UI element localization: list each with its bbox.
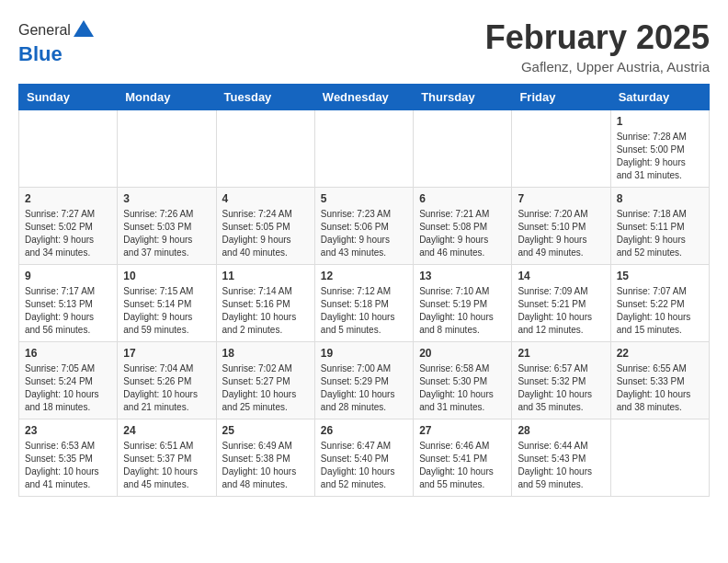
day-number: 25 bbox=[222, 424, 309, 437]
day-info: Sunrise: 7:24 AM Sunset: 5:05 PM Dayligh… bbox=[222, 208, 309, 259]
calendar-cell bbox=[19, 110, 118, 188]
calendar-cell: 26Sunrise: 6:47 AM Sunset: 5:40 PM Dayli… bbox=[314, 419, 413, 497]
day-number: 4 bbox=[222, 192, 309, 205]
day-info: Sunrise: 7:21 AM Sunset: 5:08 PM Dayligh… bbox=[419, 208, 506, 259]
calendar-week-row: 2Sunrise: 7:27 AM Sunset: 5:02 PM Daylig… bbox=[19, 188, 710, 265]
day-number: 6 bbox=[419, 192, 506, 205]
calendar-cell: 13Sunrise: 7:10 AM Sunset: 5:19 PM Dayli… bbox=[414, 265, 512, 342]
page-header: General Blue February 2025 Gaflenz, Uppe… bbox=[18, 18, 710, 75]
calendar-cell: 9Sunrise: 7:17 AM Sunset: 5:13 PM Daylig… bbox=[19, 265, 118, 342]
calendar-cell: 10Sunrise: 7:15 AM Sunset: 5:14 PM Dayli… bbox=[118, 265, 216, 342]
day-info: Sunrise: 7:02 AM Sunset: 5:27 PM Dayligh… bbox=[222, 362, 309, 414]
day-info: Sunrise: 7:09 AM Sunset: 5:21 PM Dayligh… bbox=[518, 285, 604, 337]
day-info: Sunrise: 7:20 AM Sunset: 5:10 PM Dayligh… bbox=[518, 208, 604, 259]
day-info: Sunrise: 7:17 AM Sunset: 5:13 PM Dayligh… bbox=[25, 285, 111, 337]
day-number: 8 bbox=[617, 192, 703, 205]
day-info: Sunrise: 7:26 AM Sunset: 5:03 PM Dayligh… bbox=[123, 208, 210, 259]
calendar-cell: 27Sunrise: 6:46 AM Sunset: 5:41 PM Dayli… bbox=[414, 419, 512, 497]
day-number: 22 bbox=[617, 347, 703, 360]
calendar-cell: 11Sunrise: 7:14 AM Sunset: 5:16 PM Dayli… bbox=[216, 265, 314, 342]
calendar-cell bbox=[610, 419, 709, 497]
calendar-cell: 28Sunrise: 6:44 AM Sunset: 5:43 PM Dayli… bbox=[512, 419, 610, 497]
day-number: 16 bbox=[25, 347, 111, 360]
day-info: Sunrise: 6:44 AM Sunset: 5:43 PM Dayligh… bbox=[518, 440, 604, 491]
calendar-week-row: 23Sunrise: 6:53 AM Sunset: 5:35 PM Dayli… bbox=[19, 419, 710, 497]
calendar-cell: 16Sunrise: 7:05 AM Sunset: 5:24 PM Dayli… bbox=[19, 342, 118, 419]
calendar-cell: 12Sunrise: 7:12 AM Sunset: 5:18 PM Dayli… bbox=[314, 265, 413, 342]
calendar-cell: 2Sunrise: 7:27 AM Sunset: 5:02 PM Daylig… bbox=[19, 188, 118, 265]
day-info: Sunrise: 6:55 AM Sunset: 5:33 PM Dayligh… bbox=[617, 362, 703, 414]
day-number: 26 bbox=[321, 424, 407, 437]
calendar-cell: 7Sunrise: 7:20 AM Sunset: 5:10 PM Daylig… bbox=[512, 188, 610, 265]
day-number: 7 bbox=[518, 192, 604, 205]
day-number: 24 bbox=[123, 424, 210, 437]
weekday-header-tuesday: Tuesday bbox=[216, 85, 314, 110]
day-number: 10 bbox=[123, 270, 210, 282]
day-info: Sunrise: 7:15 AM Sunset: 5:14 PM Dayligh… bbox=[123, 285, 210, 337]
month-year-title: February 2025 bbox=[485, 18, 710, 57]
day-info: Sunrise: 6:51 AM Sunset: 5:37 PM Dayligh… bbox=[123, 440, 210, 491]
calendar-cell: 20Sunrise: 6:58 AM Sunset: 5:30 PM Dayli… bbox=[414, 342, 512, 419]
day-number: 19 bbox=[321, 347, 407, 360]
day-number: 20 bbox=[419, 347, 506, 360]
calendar-cell: 19Sunrise: 7:00 AM Sunset: 5:29 PM Dayli… bbox=[314, 342, 413, 419]
day-info: Sunrise: 7:04 AM Sunset: 5:26 PM Dayligh… bbox=[123, 362, 210, 414]
weekday-header-friday: Friday bbox=[512, 85, 610, 110]
calendar-cell: 3Sunrise: 7:26 AM Sunset: 5:03 PM Daylig… bbox=[118, 188, 216, 265]
day-info: Sunrise: 7:28 AM Sunset: 5:00 PM Dayligh… bbox=[617, 131, 703, 182]
day-info: Sunrise: 7:07 AM Sunset: 5:22 PM Dayligh… bbox=[617, 285, 703, 337]
calendar-week-row: 16Sunrise: 7:05 AM Sunset: 5:24 PM Dayli… bbox=[19, 342, 710, 419]
logo-general-text: General bbox=[18, 22, 71, 39]
day-number: 18 bbox=[222, 347, 309, 360]
svg-marker-0 bbox=[74, 20, 94, 37]
calendar-cell bbox=[512, 110, 610, 188]
day-number: 23 bbox=[25, 424, 111, 437]
day-info: Sunrise: 6:49 AM Sunset: 5:38 PM Dayligh… bbox=[222, 440, 309, 491]
day-info: Sunrise: 6:58 AM Sunset: 5:30 PM Dayligh… bbox=[419, 362, 506, 414]
day-number: 3 bbox=[123, 192, 210, 205]
day-number: 14 bbox=[518, 270, 604, 282]
logo-blue-text: Blue bbox=[18, 42, 63, 65]
calendar-cell: 5Sunrise: 7:23 AM Sunset: 5:06 PM Daylig… bbox=[314, 188, 413, 265]
day-number: 21 bbox=[518, 347, 604, 360]
weekday-header-sunday: Sunday bbox=[19, 85, 118, 110]
day-info: Sunrise: 7:23 AM Sunset: 5:06 PM Dayligh… bbox=[321, 208, 407, 259]
calendar-cell: 21Sunrise: 6:57 AM Sunset: 5:32 PM Dayli… bbox=[512, 342, 610, 419]
calendar-cell bbox=[414, 110, 512, 188]
calendar-week-row: 9Sunrise: 7:17 AM Sunset: 5:13 PM Daylig… bbox=[19, 265, 710, 342]
calendar-cell: 6Sunrise: 7:21 AM Sunset: 5:08 PM Daylig… bbox=[414, 188, 512, 265]
calendar-cell: 15Sunrise: 7:07 AM Sunset: 5:22 PM Dayli… bbox=[610, 265, 709, 342]
calendar-cell: 24Sunrise: 6:51 AM Sunset: 5:37 PM Dayli… bbox=[118, 419, 216, 497]
calendar-cell: 22Sunrise: 6:55 AM Sunset: 5:33 PM Dayli… bbox=[610, 342, 709, 419]
calendar-cell: 1Sunrise: 7:28 AM Sunset: 5:00 PM Daylig… bbox=[610, 110, 709, 188]
day-info: Sunrise: 6:57 AM Sunset: 5:32 PM Dayligh… bbox=[518, 362, 604, 414]
calendar-cell: 25Sunrise: 6:49 AM Sunset: 5:38 PM Dayli… bbox=[216, 419, 314, 497]
day-number: 9 bbox=[25, 270, 111, 282]
day-number: 11 bbox=[222, 270, 309, 282]
logo: General Blue bbox=[18, 18, 94, 66]
calendar-cell: 17Sunrise: 7:04 AM Sunset: 5:26 PM Dayli… bbox=[118, 342, 216, 419]
weekday-header-thursday: Thursday bbox=[414, 85, 512, 110]
day-number: 28 bbox=[518, 424, 604, 437]
weekday-header-wednesday: Wednesday bbox=[314, 85, 413, 110]
calendar-table: SundayMondayTuesdayWednesdayThursdayFrid… bbox=[18, 84, 710, 497]
day-info: Sunrise: 7:00 AM Sunset: 5:29 PM Dayligh… bbox=[321, 362, 407, 414]
calendar-cell: 8Sunrise: 7:18 AM Sunset: 5:11 PM Daylig… bbox=[610, 188, 709, 265]
logo-icon bbox=[74, 18, 94, 39]
calendar-week-row: 1Sunrise: 7:28 AM Sunset: 5:00 PM Daylig… bbox=[19, 110, 710, 188]
calendar-cell: 23Sunrise: 6:53 AM Sunset: 5:35 PM Dayli… bbox=[19, 419, 118, 497]
weekday-header-row: SundayMondayTuesdayWednesdayThursdayFrid… bbox=[19, 85, 710, 110]
calendar-cell: 14Sunrise: 7:09 AM Sunset: 5:21 PM Dayli… bbox=[512, 265, 610, 342]
day-number: 2 bbox=[25, 192, 111, 205]
day-number: 27 bbox=[419, 424, 506, 437]
day-info: Sunrise: 6:53 AM Sunset: 5:35 PM Dayligh… bbox=[25, 440, 111, 491]
day-number: 17 bbox=[123, 347, 210, 360]
calendar-cell bbox=[118, 110, 216, 188]
day-number: 12 bbox=[321, 270, 407, 282]
day-number: 5 bbox=[321, 192, 407, 205]
day-info: Sunrise: 7:10 AM Sunset: 5:19 PM Dayligh… bbox=[419, 285, 506, 337]
day-info: Sunrise: 7:05 AM Sunset: 5:24 PM Dayligh… bbox=[25, 362, 111, 414]
title-block: February 2025 Gaflenz, Upper Austria, Au… bbox=[485, 18, 710, 75]
day-number: 1 bbox=[617, 115, 703, 128]
day-info: Sunrise: 6:47 AM Sunset: 5:40 PM Dayligh… bbox=[321, 440, 407, 491]
